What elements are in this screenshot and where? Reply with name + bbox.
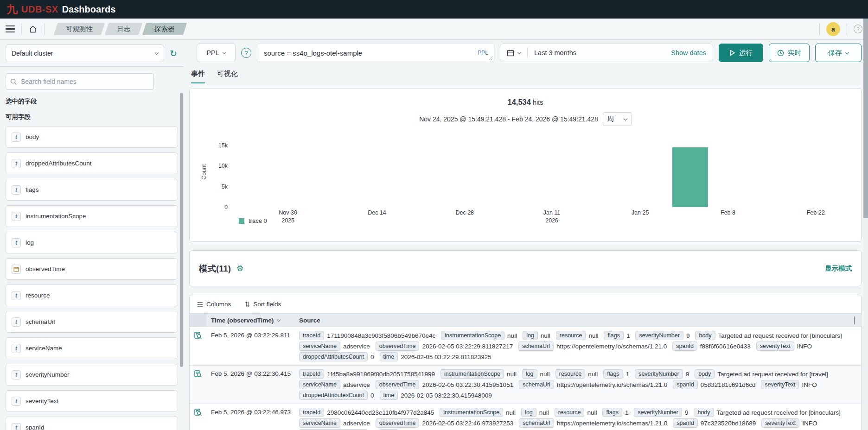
field-value: Targeted ad request received for [binocu… [718,332,842,339]
divider [847,23,847,35]
field-value: f88f6f60616e0433 [700,343,751,350]
string-field-icon: t [12,317,21,327]
query-help-icon[interactable]: ? [241,48,251,58]
field-badge: severityText [761,380,799,389]
time-column-header[interactable]: Time (observedTime) [206,317,299,324]
sort-icon [245,301,250,307]
plot-area[interactable] [231,136,854,207]
field-value: adservice [343,420,370,427]
result-tabs: 事件 可视化 [191,70,862,83]
field-item-serviceName[interactable]: tserviceName [6,337,178,359]
header-chevron-down-icon[interactable] [854,316,861,324]
breadcrumb: 可观测性日志探索器 [56,23,185,35]
field-value: null [588,332,598,339]
field-name: severityNumber [26,371,70,378]
field-value: null [539,409,549,416]
field-name: log [26,239,34,246]
refresh-icon[interactable]: ↻ [170,49,177,58]
show-dates-link[interactable]: Show dates [671,49,706,57]
field-badge: severityText [756,341,794,351]
query-language-button[interactable]: PPL [197,44,236,62]
field-badge: observedTime [376,380,420,389]
show-patterns-link[interactable]: 显示模式 [825,264,852,273]
x-tick-label: Nov 302025 [279,209,297,225]
field-item-instrumentationScope[interactable]: tinstrumentationScope [6,205,178,227]
field-name: flags [26,186,39,193]
histogram-chart: Count 05k10k15k [197,136,854,207]
field-badge: instrumentationScope [440,369,504,379]
expand-row-icon[interactable] [190,407,206,430]
field-badge: flags [604,331,623,340]
field-item-observedTime[interactable]: observedTime [6,258,178,280]
home-icon[interactable] [28,25,38,34]
table-body: Feb 5, 2026 @ 03:22:29.811traceId1711900… [190,327,861,430]
field-badge: schemaUrl [519,418,554,428]
y-tick-label: 10k [218,163,228,169]
field-value: null [587,409,597,416]
field-item-schemaUrl[interactable]: tschemaUrl [6,311,178,333]
field-value: 2026-02-05 03:22:46.973927253 [422,420,513,427]
field-badge: time [380,352,398,361]
selected-fields-heading: 选中的字段 [6,97,177,106]
run-button[interactable]: 运行 [719,44,763,62]
divider [527,48,528,58]
field-item-severityNumber[interactable]: tseverityNumber [6,364,178,386]
cluster-select[interactable]: Default cluster [6,44,164,62]
help-icon[interactable]: ? [854,25,862,33]
field-value: 1 [626,371,630,378]
gear-icon[interactable]: ⚙ [236,264,243,273]
field-name: severityText [26,398,58,405]
histogram-panel: 14,534 hits Nov 24, 2025 @ 15:49:21.428 … [189,88,862,242]
expand-row-icon[interactable] [190,330,206,362]
field-badge: serviceName [299,380,340,389]
string-field-icon: t [12,212,21,221]
field-item-severityText[interactable]: tseverityText [6,390,178,412]
sort-fields-button[interactable]: Sort fields [245,301,281,308]
field-item-resource[interactable]: tresource [6,285,178,306]
field-value: INFO [797,343,812,350]
field-value: null [506,409,516,416]
breadcrumb-item[interactable]: 可观测性 [56,23,103,35]
x-tick-label: Feb 8 [721,209,735,217]
field-badge: flags [603,369,623,379]
field-badge: traceId [299,331,324,340]
divider [44,23,45,35]
sidebar-scrollbar[interactable] [180,93,183,367]
table-row: Feb 5, 2026 @ 03:22:46.973traceId2980c06… [190,404,861,430]
field-search[interactable] [6,73,154,90]
avatar[interactable]: a [826,22,840,36]
menu-icon[interactable] [6,25,15,33]
field-item-spanId[interactable]: tspanId [6,417,178,430]
save-button[interactable]: 保存 [815,44,862,62]
page-scrollbar[interactable] [863,19,868,430]
field-badge: log [522,369,537,379]
field-list: tbodytdroppedAttributesCounttflagstinstr… [6,126,177,430]
tab-events[interactable]: 事件 [191,70,205,83]
field-value: 97c323520bd18689 [701,420,756,427]
patterns-title: 模式(11) [199,263,231,274]
string-field-icon: t [12,185,21,195]
query-input[interactable] [257,49,494,57]
live-button[interactable]: 实时 [769,44,810,62]
breadcrumb-item[interactable]: 日志 [107,23,140,35]
field-item-body[interactable]: tbody [6,126,178,148]
breadcrumb-item[interactable]: 探索器 [144,23,185,35]
time-range-value[interactable]: Last 3 months [534,49,576,57]
field-item-log[interactable]: tlog [6,232,178,253]
field-badge: severityNumber [634,408,682,417]
columns-button[interactable]: Columns [197,301,231,308]
expand-row-icon[interactable] [190,369,206,401]
field-item-droppedAttributesCount[interactable]: tdroppedAttributesCount [6,152,178,174]
date-picker[interactable]: Last 3 months Show dates [500,44,713,62]
field-badge: log [523,331,538,340]
tab-visualizations[interactable]: 可视化 [217,70,238,83]
table-row: Feb 5, 2026 @ 03:22:30.415traceId1f45ba8… [190,366,861,404]
field-value: 1f45ba8a991869f80db2051758541999 [327,371,435,378]
nav-bar: 可观测性日志探索器 a ? [0,19,868,40]
field-item-flags[interactable]: tflags [6,179,178,201]
histogram-bar[interactable] [672,147,708,207]
interval-select[interactable]: 周 [603,112,632,126]
y-tick-label: 0 [224,204,228,210]
search-input[interactable] [21,78,149,85]
field-badge: body [695,369,715,379]
